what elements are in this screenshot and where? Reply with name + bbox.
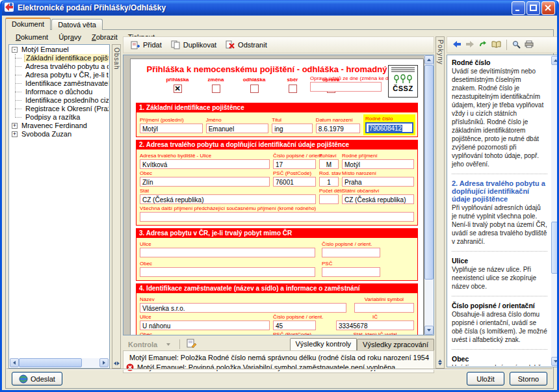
tree-item-adresa-pobytu[interactable]: Adresa pobytu v ČR, je-li trvalý pobyt xyxy=(10,71,109,79)
scroll-thumb[interactable] xyxy=(19,358,82,367)
add-record-button[interactable]: Přidat xyxy=(126,39,166,51)
tree-root-motyl[interactable]: - Motýl Emanuel xyxy=(10,46,109,54)
duplicate-record-button[interactable]: Duplikovat xyxy=(166,39,221,51)
scroll-down-button[interactable] xyxy=(424,326,434,335)
pokyny-collapsed-panel[interactable]: Pokyny xyxy=(436,36,445,369)
tree-item-identifikace-zamestnavatele[interactable]: Identifikace zaměstnavatele a informa xyxy=(10,79,109,88)
pohlavi-input[interactable]: M xyxy=(319,159,339,169)
collapse-icon[interactable]: - xyxy=(12,47,18,53)
app-icon xyxy=(4,2,14,14)
s3-ulice-input[interactable] xyxy=(140,248,315,257)
s3-obec-input[interactable] xyxy=(140,267,315,277)
form-vertical-scrollbar[interactable] xyxy=(424,55,434,335)
s3-psc-input[interactable] xyxy=(322,267,380,277)
checkbox-zmena[interactable] xyxy=(212,85,220,93)
pocet-deti-input[interactable] xyxy=(319,194,339,204)
tree-root-mravenec[interactable]: + Mravenec Ferdinand xyxy=(10,122,109,130)
minimize-button[interactable] xyxy=(512,1,525,15)
footer-bar: Odeslat Uložit Storno xyxy=(6,369,552,388)
s2-obec-input[interactable]: Zlín xyxy=(140,177,270,187)
tab-vysledky-kontroly[interactable]: Výsledky kontroly xyxy=(290,338,358,350)
pokyny-label: Pokyny xyxy=(437,40,444,65)
tree-item-identifikace-cizozemskeho[interactable]: Identifikace posledního cizozemského xyxy=(10,96,109,105)
rodne-cislo-cell: Rodné číslo 790608412 xyxy=(363,114,415,135)
tab-page: Dokument Úpravy Zobrazit Tisknout - Motý… xyxy=(5,29,554,389)
app-window: Elektronické podání Přihlášky/Odhlášky D… xyxy=(0,0,559,392)
s2-stat-input[interactable]: CZ (Česká republika) xyxy=(140,194,316,204)
s2-cp-input[interactable]: 17 xyxy=(273,159,316,169)
scroll-thumb[interactable] xyxy=(551,222,559,274)
form-title: Přihláška k nemocenskému pojištění - odh… xyxy=(136,64,418,74)
help-book-button[interactable] xyxy=(491,40,501,49)
print-button[interactable] xyxy=(525,40,534,49)
titul-input[interactable]: ing xyxy=(272,124,313,133)
s2-psc-input[interactable]: 76001 xyxy=(273,177,316,187)
splitter-arrows[interactable] xyxy=(114,361,120,365)
forward-button[interactable] xyxy=(465,40,474,49)
help-content: Rodné číslo Uvádí se devítimístným nebo … xyxy=(448,56,551,366)
form-page: Přihláška k nemocenskému pojištění - odh… xyxy=(130,59,424,335)
tab-dokument[interactable]: Dokument xyxy=(5,18,51,30)
scroll-right-button[interactable] xyxy=(99,358,109,367)
prijmeni-input[interactable]: Motýl xyxy=(140,124,203,133)
tab-datova-veta[interactable]: Datová věta xyxy=(51,19,103,30)
cancel-button[interactable]: Storno xyxy=(510,372,547,385)
help-vertical-scrollbar[interactable] xyxy=(551,56,559,366)
oprava-input[interactable] xyxy=(310,82,382,92)
menu-zobrazit[interactable]: Zobrazit xyxy=(86,32,123,42)
save-button[interactable]: Uložit xyxy=(467,372,504,385)
scroll-up-button[interactable] xyxy=(424,55,434,64)
checkbox-prihlaska[interactable]: ✕ xyxy=(174,85,182,93)
expand-icon[interactable]: + xyxy=(12,131,18,137)
rodne-prijmeni-input[interactable]: Motýl xyxy=(342,159,414,169)
checkbox-odhlaska[interactable] xyxy=(250,85,259,93)
menu-upravy[interactable]: Úpravy xyxy=(53,32,86,42)
datum-narozeni-input[interactable]: 8.6.1979 xyxy=(316,124,360,133)
send-button[interactable]: Odeslat xyxy=(12,372,62,385)
var-symbol-input[interactable] xyxy=(354,303,414,313)
scroll-left-button[interactable] xyxy=(10,358,19,367)
edit-note-button[interactable] xyxy=(184,339,200,350)
scroll-thumb[interactable] xyxy=(424,65,434,280)
tree-root-svoboda[interactable]: + Svoboda Zuzan xyxy=(10,130,109,138)
search-button[interactable] xyxy=(512,40,521,50)
checkbox-sber[interactable] xyxy=(289,85,297,93)
misto-narozeni-input[interactable]: Praha xyxy=(342,177,414,187)
splitter-arrows[interactable] xyxy=(438,359,442,365)
rodne-cislo-input[interactable]: 790608412 xyxy=(365,122,413,133)
scroll-up-button[interactable] xyxy=(551,56,559,65)
results-tabs: Výsledky kontroly Výsledky zpracování xyxy=(290,338,434,350)
delete-record-button[interactable]: Odstranit xyxy=(221,39,272,51)
globe-icon xyxy=(19,374,28,384)
s3-cp-input[interactable] xyxy=(322,248,380,257)
edit-note-icon xyxy=(187,339,197,348)
expand-icon[interactable]: + xyxy=(12,123,18,129)
s4-cp-input[interactable]: 45 xyxy=(273,320,316,330)
menu-dokument[interactable]: Dokument xyxy=(10,32,53,42)
s4-ulice-input[interactable]: U náhonu xyxy=(140,320,270,330)
cssz-logo: ČSSZ xyxy=(388,65,418,98)
tree-item-zakladni-identifikace[interactable]: Základní identifikace pojištěnce xyxy=(10,54,109,62)
tree-item-podpisy-razitka[interactable]: Podpisy a razítka xyxy=(10,113,109,122)
maximize-button[interactable] xyxy=(526,1,540,15)
obcanstvi-input[interactable]: CZ (Česká republika) xyxy=(342,194,414,204)
obsah-collapsed-panel[interactable]: Obsah xyxy=(112,44,121,369)
jmeno-input[interactable]: Emanuel xyxy=(206,124,269,133)
refresh-button[interactable] xyxy=(478,40,488,49)
tree-item-informace-o-duchodu[interactable]: Informace o důchodu xyxy=(10,88,109,96)
kontrola-dropdown[interactable]: Kontrola xyxy=(123,339,176,350)
close-button[interactable] xyxy=(541,1,555,15)
cssz-text: ČSSZ xyxy=(393,85,413,92)
scroll-down-button[interactable] xyxy=(551,357,559,366)
tree-item-adresa-trvaleho[interactable]: Adresa trvalého pobytu a doplňující id xyxy=(10,62,109,71)
back-button[interactable] xyxy=(452,40,462,49)
tab-vysledky-zpracovani[interactable]: Výsledky zpracování xyxy=(357,339,434,350)
ic-input[interactable]: 33345678 xyxy=(336,320,414,330)
error-row[interactable]: Motýl Emanuel: Položka Rodné číslo nemá … xyxy=(126,352,431,362)
nazev-input[interactable]: Vlásenka s.r.o. xyxy=(140,303,346,313)
rod-stav-input[interactable]: 1 xyxy=(319,177,339,187)
tree-horizontal-scrollbar[interactable] xyxy=(10,358,109,367)
s2-ulice-input[interactable]: Kvítková xyxy=(140,159,270,169)
tree-item-registrace-sprava[interactable]: Registrace k Okresní (Pražské) správě xyxy=(10,105,109,113)
dalsi-prijmeni-input[interactable] xyxy=(140,212,414,222)
